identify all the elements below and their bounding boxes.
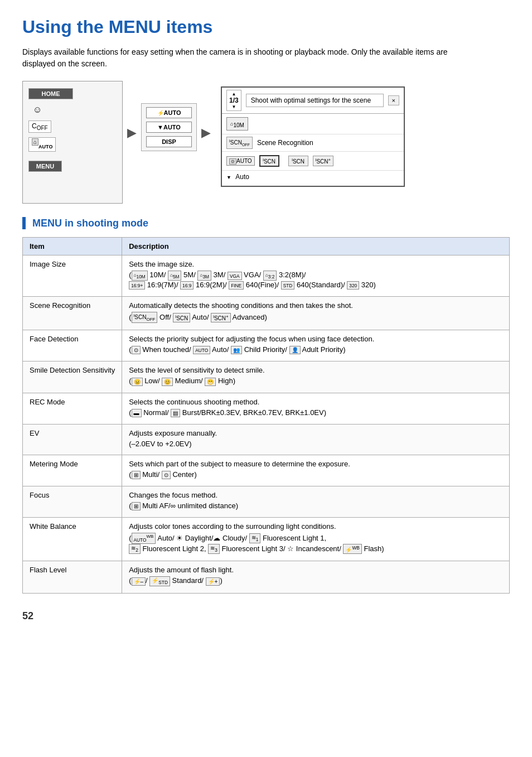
table-cell-desc: Adjusts color tones according to the sur… <box>122 517 510 561</box>
smiley-icon: ☺ <box>33 105 42 115</box>
table-row: Metering ModeSets which part of the subj… <box>23 455 510 486</box>
menu-popup: ▲ 1/3 ▼ Shoot with optimal settings for … <box>221 86 405 187</box>
table-cell-desc: Sets the image size. (⌂10M 10M/ ⌂5M 5M/ … <box>122 255 510 297</box>
popup-auto-icon: ⊙AUTO <box>226 156 255 166</box>
col-desc-header: Description <box>122 238 510 255</box>
table-row: Scene RecognitionAutomatically detects t… <box>23 297 510 330</box>
table-cell-desc: Adjusts the amount of flash light. (⚡–/ … <box>122 561 510 594</box>
popup-page-indicator: ▲ 1/3 ▼ <box>226 90 241 111</box>
intro-text: Displays available functions for easy se… <box>22 46 480 70</box>
table-cell-desc: Changes the focus method. (⊞ Multi AF/∞ … <box>122 486 510 517</box>
table-cell-desc: Selects the continuous shooting method. … <box>122 393 510 424</box>
popup-scene-label-row: iSCNOFF Scene Recognition <box>222 134 404 151</box>
sauto-button[interactable]: ⚡AUTO <box>146 107 192 118</box>
col-item-header: Item <box>23 238 122 255</box>
arrow-indicator-2: ▶ <box>197 126 215 140</box>
menu-button[interactable]: MENU <box>28 161 62 172</box>
popup-options-row: ⊙AUTO iSCN iSCN iSCN+ <box>222 152 404 170</box>
popup-icon-row: ⌂10M <box>222 114 404 134</box>
arrow-right-icon: ▶ <box>127 126 137 140</box>
table-row: REC ModeSelects the continuous shooting … <box>23 393 510 424</box>
popup-scn-icon-3[interactable]: iSCN+ <box>313 156 334 166</box>
table-row: Image SizeSets the image size. (⌂10M 10M… <box>23 255 510 297</box>
table-cell-item: Face Detection <box>23 330 122 361</box>
arrow-right-icon-2: ▶ <box>201 126 211 140</box>
table-cell-item: EV <box>23 424 122 455</box>
popup-auto-label: Auto <box>235 173 249 181</box>
table-row: Smile Detection SensitivitySets the leve… <box>23 361 510 393</box>
popup-home-icon: ⌂10M <box>226 117 248 131</box>
disp-button[interactable]: DISP <box>146 136 192 147</box>
table-cell-item: Smile Detection Sensitivity <box>23 361 122 393</box>
table-cell-desc: Adjusts exposure manually. (–2.0EV to +2… <box>122 424 510 455</box>
table-cell-item: Scene Recognition <box>23 297 122 330</box>
table-cell-item: Focus <box>23 486 122 517</box>
popup-close-button[interactable]: × <box>388 95 399 105</box>
table-cell-item: Image Size <box>23 255 122 297</box>
popup-scn-icon-2[interactable]: iSCN <box>288 156 308 166</box>
coff-icon: COFF <box>28 120 51 133</box>
popup-scene-label: Scene Recognition <box>257 139 313 147</box>
side-panel: ⚡AUTO ▼AUTO DISP <box>141 103 197 151</box>
table-row: FocusChanges the focus method. (⊞ Multi … <box>23 486 510 517</box>
section-heading: MENU in shooting mode <box>22 217 510 232</box>
popup-scn-off-icon: iSCNOFF <box>226 137 253 148</box>
table-row: Face DetectionSelects the priority subje… <box>23 330 510 361</box>
page-number: 52 <box>22 610 33 622</box>
auto-icon: ⌂AUTO <box>28 137 56 151</box>
popup-top-bar: ▲ 1/3 ▼ Shoot with optimal settings for … <box>222 88 404 114</box>
table-cell-desc: Selects the priority subject for adjusti… <box>122 330 510 361</box>
camera-panel: HOME ☺ COFF ⌂AUTO MENU <box>22 81 123 204</box>
popup-scn-icon-1[interactable]: iSCN <box>259 155 279 167</box>
table-cell-item: Flash Level <box>23 561 122 594</box>
popup-description: Shoot with optimal settings for the scen… <box>246 94 384 107</box>
arrow-indicator: ▶ <box>123 126 141 140</box>
menu-table: Item Description Image SizeSets the imag… <box>22 237 510 594</box>
page-title: Using the MENU items <box>22 17 510 37</box>
table-cell-desc: Automatically detects the shooting condi… <box>122 297 510 330</box>
table-row: Flash LevelAdjusts the amount of flash l… <box>23 561 510 594</box>
bottom-area: 52 <box>22 605 510 622</box>
nauto-button[interactable]: ▼AUTO <box>146 122 192 133</box>
diagram-area: HOME ☺ COFF ⌂AUTO MENU ▶ ⚡AUTO ▼AUTO DIS… <box>22 81 510 204</box>
table-cell-item: Metering Mode <box>23 455 122 486</box>
table-row: White BalanceAdjusts color tones accordi… <box>23 517 510 561</box>
section-heading-text: MENU in shooting mode <box>32 218 148 229</box>
popup-bottom-row: ▼ Auto <box>222 170 404 183</box>
table-cell-desc: Sets the level of sensitivity to detect … <box>122 361 510 393</box>
home-button[interactable]: HOME <box>28 88 73 99</box>
table-cell-item: REC Mode <box>23 393 122 424</box>
table-cell-item: White Balance <box>23 517 122 561</box>
table-row: EVAdjusts exposure manually. (–2.0EV to … <box>23 424 510 455</box>
table-cell-desc: Sets which part of the subject to measur… <box>122 455 510 486</box>
